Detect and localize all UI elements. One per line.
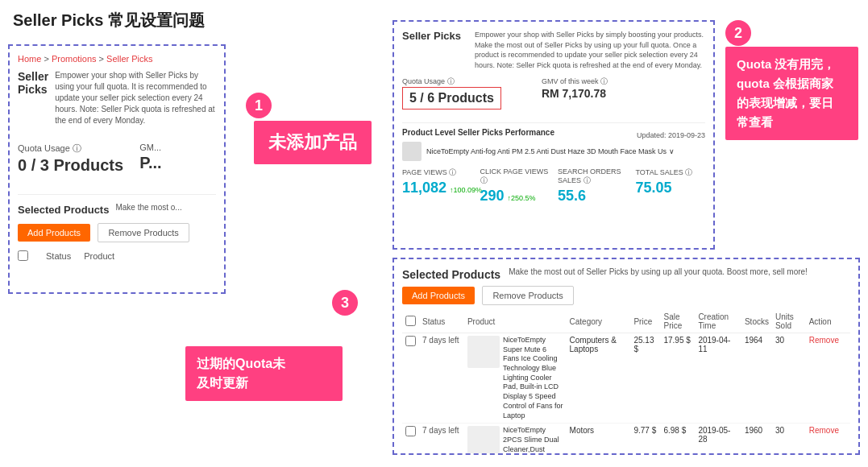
row1-product-name: NiceToEmpty Super Mute 6 Fans Ice Coolin… <box>503 336 563 420</box>
row1-creation-time: 2019-04-11 <box>695 333 741 424</box>
breadcrumb-promotions[interactable]: Promotions <box>52 54 97 64</box>
rtp-quota-value: 5 / 6 Products <box>409 91 494 105</box>
perf-product-row: NiceToEmpty Anti-fog Anti PM 2.5 Anti Du… <box>402 142 705 161</box>
row1-checkbox[interactable] <box>405 336 416 346</box>
rtp-quota-box: 5 / 6 Products <box>402 87 501 110</box>
rtp-gmv-label: GMV of this week ⓘ <box>542 76 608 87</box>
annotation-box-2: Quota 没有用完， quota 会根据商家 的表现增减，要日 常查看 <box>725 47 858 140</box>
annotation2-line3: 的表现增减，要日 <box>737 96 833 110</box>
annotation2-line4: 常查看 <box>737 115 773 129</box>
annotation3-line2: 及时更新 <box>197 376 248 390</box>
rbp-remove-products-button[interactable]: Remove Products <box>482 286 573 305</box>
left-table-select-all[interactable] <box>18 250 28 261</box>
row2-units-sold: 30 <box>772 424 806 455</box>
row1-remove-link[interactable]: Remove <box>809 336 839 345</box>
perf-title: Product Level Seller Picks Performance <box>402 128 554 137</box>
row1-product-img <box>467 336 500 368</box>
metric-total-sales-label: TOTAL SALES ⓘ <box>636 167 706 178</box>
seller-picks-desc: Empower your shop with Seller Picks by s… <box>475 30 705 70</box>
breadcrumb-home[interactable]: Home <box>18 54 41 64</box>
annotation-circle-3: 3 <box>332 290 358 316</box>
perf-product-name: NiceToEmpty Anti-fog Anti PM 2.5 Anti Du… <box>426 147 705 155</box>
right-bottom-panel: Selected Products Make the most out of S… <box>392 258 860 455</box>
selected-products-header: Selected Products <box>18 204 109 216</box>
rtp-gmv-box: GMV of this week ⓘ RM 7,170.78 <box>542 76 608 100</box>
row2-checkbox[interactable] <box>405 426 416 436</box>
th-category: Category <box>567 310 631 333</box>
metric-click-views-value: 290 <box>480 188 505 205</box>
th-stocks: Stocks <box>741 310 772 333</box>
perf-updated: Updated: 2019-09-23 <box>637 131 705 139</box>
table-row: 7 days left NiceToEmpty Super Mute 6 Fan… <box>402 333 850 424</box>
row2-status: 7 days left <box>422 426 459 435</box>
th-action: Action <box>806 310 850 333</box>
row2-category: Motors <box>567 424 631 455</box>
rbp-selected-title: Selected Products <box>402 268 500 281</box>
th-sale-price: Sale Price <box>660 310 695 333</box>
gmv-label: GM... <box>139 143 161 152</box>
breadcrumb-seller-picks[interactable]: Seller Picks <box>106 54 152 64</box>
metric-page-views-label: PAGE VIEWS ⓘ <box>402 167 472 178</box>
row1-price: 25.13 $ <box>630 333 660 424</box>
row2-sale-price: 6.98 $ <box>660 424 695 455</box>
rtp-quota-label: Quota Usage ⓘ <box>402 76 501 87</box>
th-price: Price <box>630 310 660 333</box>
metric-click-views-label: CLICK PAGE VIEWS ⓘ <box>480 167 550 186</box>
perf-product-img <box>402 142 422 161</box>
quota-label: Quota Usage ⓘ <box>18 143 123 155</box>
metric-search-orders-value: 55.6 <box>558 188 628 205</box>
left-add-products-button[interactable]: Add Products <box>18 224 90 242</box>
metric-page-views-change: ↑100.09% <box>450 186 482 194</box>
th-creation-time: Creation Time <box>695 310 741 333</box>
panel-section-title: Seller Picks <box>18 70 48 96</box>
row2-product-img <box>467 426 500 455</box>
row1-status: 7 days left <box>422 336 459 345</box>
row2-stocks: 1960 <box>741 424 772 455</box>
annotation-circle-1: 1 <box>246 93 272 118</box>
th-status: Status <box>419 310 464 333</box>
metric-click-views: CLICK PAGE VIEWS ⓘ 290 ↑250.5% <box>480 167 550 205</box>
product-table: Status Product Category Price Sale Price… <box>402 310 850 455</box>
col-status: Status <box>46 251 71 261</box>
rbp-add-products-button[interactable]: Add Products <box>402 287 475 304</box>
metric-total-sales-value: 75.05 <box>636 180 706 196</box>
row2-price: 9.77 $ <box>630 424 660 455</box>
table-row: 7 days left NiceToEmpty 2PCS Slime Dual … <box>402 424 850 455</box>
row2-product-name: NiceToEmpty 2PCS Slime Dual Cleaner,Dust… <box>503 426 563 455</box>
row2-remove-link[interactable]: Remove <box>809 426 839 435</box>
row1-sale-price: 17.95 $ <box>660 333 695 424</box>
perf-metrics: PAGE VIEWS ⓘ 11,082 ↑100.09% CLICK PAGE … <box>402 167 705 205</box>
breadcrumb: Home > Promotions > Seller Picks <box>18 54 216 64</box>
quota-value: 0 / 3 Products <box>18 156 123 175</box>
annotation3-line1: 过期的Quota未 <box>197 357 285 370</box>
perf-section: Product Level Seller Picks Performance U… <box>402 122 705 205</box>
table-select-all[interactable] <box>405 316 416 326</box>
metric-total-sales: TOTAL SALES ⓘ 75.05 <box>636 167 706 205</box>
rbp-selected-desc: Make the most out of Seller Picks by usi… <box>509 267 808 276</box>
annotation2-line1: Quota 没有用完， <box>737 57 836 71</box>
panel-description: Empower your shop with Seller Picks by u… <box>55 70 216 126</box>
selected-products-desc: Make the most o... <box>115 203 181 212</box>
right-top-panel: Seller Picks Empower your shop with Sell… <box>392 20 715 250</box>
annotation-box-3: 过期的Quota未 及时更新 <box>185 346 343 401</box>
seller-picks-title: Seller Picks <box>402 30 467 42</box>
row1-units-sold: 30 <box>772 333 806 424</box>
metric-search-orders: SEARCH ORDERS SALES ⓘ 55.6 <box>558 167 628 205</box>
annotation2-line2: quota 会根据商家 <box>737 76 833 90</box>
th-product: Product <box>464 310 567 333</box>
left-panel: Home > Promotions > Seller Picks Seller … <box>8 44 226 294</box>
col-product: Product <box>84 251 114 261</box>
row1-stocks: 1964 <box>741 333 772 424</box>
gmv-section: GM... P... <box>139 143 161 184</box>
left-remove-products-button[interactable]: Remove Products <box>98 223 189 242</box>
seller-picks-header: Seller Picks Empower your shop with Sell… <box>402 30 705 70</box>
th-units-sold: Units Sold <box>772 310 806 333</box>
quota-section: Quota Usage ⓘ 0 / 3 Products <box>18 143 123 175</box>
metric-page-views: PAGE VIEWS ⓘ 11,082 ↑100.09% <box>402 167 472 205</box>
left-table-header: Status Product <box>18 250 216 261</box>
row2-creation-time: 2019-05-28 <box>695 424 741 455</box>
rtp-gmv-value: RM 7,170.78 <box>542 87 608 100</box>
metric-page-views-value: 11,082 <box>402 180 446 196</box>
metric-click-views-change: ↑250.5% <box>508 194 536 202</box>
table-header-row: Status Product Category Price Sale Price… <box>402 310 850 333</box>
